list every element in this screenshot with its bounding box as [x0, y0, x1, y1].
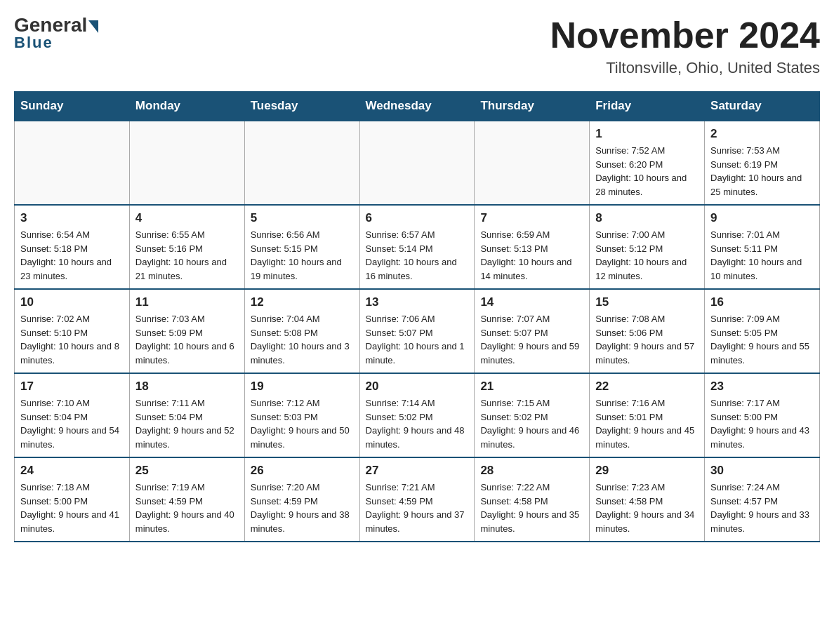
day-number: 25	[135, 464, 239, 478]
day-info: Sunrise: 7:06 AMSunset: 5:07 PMDaylight:…	[366, 312, 469, 367]
day-info: Sunrise: 7:11 AMSunset: 5:04 PMDaylight:…	[135, 396, 239, 451]
calendar-cell: 23Sunrise: 7:17 AMSunset: 5:00 PMDayligh…	[705, 373, 820, 457]
day-info: Sunrise: 7:23 AMSunset: 4:58 PMDaylight:…	[595, 481, 699, 535]
day-number: 10	[20, 295, 124, 309]
day-number: 19	[251, 380, 354, 394]
logo: General Blue	[14, 14, 98, 52]
calendar-cell: 15Sunrise: 7:08 AMSunset: 5:06 PMDayligh…	[590, 289, 705, 373]
day-number: 26	[251, 464, 354, 478]
day-number: 20	[366, 380, 469, 394]
day-info: Sunrise: 7:03 AMSunset: 5:09 PMDaylight:…	[135, 312, 239, 367]
day-number: 13	[366, 295, 469, 309]
day-info: Sunrise: 7:09 AMSunset: 5:05 PMDaylight:…	[710, 312, 814, 367]
day-info: Sunrise: 6:55 AMSunset: 5:16 PMDaylight:…	[135, 228, 239, 283]
day-info: Sunrise: 7:01 AMSunset: 5:11 PMDaylight:…	[710, 228, 814, 283]
calendar-cell: 26Sunrise: 7:20 AMSunset: 4:59 PMDayligh…	[244, 457, 359, 542]
day-number: 15	[595, 295, 699, 309]
day-info: Sunrise: 7:00 AMSunset: 5:12 PMDaylight:…	[595, 228, 699, 283]
day-info: Sunrise: 7:24 AMSunset: 4:57 PMDaylight:…	[710, 481, 814, 535]
calendar-cell: 25Sunrise: 7:19 AMSunset: 4:59 PMDayligh…	[129, 457, 244, 542]
day-info: Sunrise: 7:02 AMSunset: 5:10 PMDaylight:…	[20, 312, 124, 367]
day-info: Sunrise: 6:54 AMSunset: 5:18 PMDaylight:…	[20, 228, 124, 283]
calendar-cell: 20Sunrise: 7:14 AMSunset: 5:02 PMDayligh…	[359, 373, 475, 457]
day-number: 2	[710, 127, 814, 141]
day-info: Sunrise: 7:08 AMSunset: 5:06 PMDaylight:…	[595, 312, 699, 367]
day-info: Sunrise: 7:53 AMSunset: 6:19 PMDaylight:…	[710, 144, 814, 199]
calendar-cell: 10Sunrise: 7:02 AMSunset: 5:10 PMDayligh…	[15, 289, 130, 373]
calendar-cell: 14Sunrise: 7:07 AMSunset: 5:07 PMDayligh…	[475, 289, 590, 373]
calendar-cell: 7Sunrise: 6:59 AMSunset: 5:13 PMDaylight…	[475, 205, 590, 289]
day-info: Sunrise: 7:16 AMSunset: 5:01 PMDaylight:…	[595, 396, 699, 451]
day-info: Sunrise: 7:14 AMSunset: 5:02 PMDaylight:…	[366, 396, 469, 451]
day-number: 22	[595, 380, 699, 394]
calendar-cell: 4Sunrise: 6:55 AMSunset: 5:16 PMDaylight…	[129, 205, 244, 289]
day-info: Sunrise: 7:22 AMSunset: 4:58 PMDaylight:…	[480, 481, 583, 535]
day-number: 28	[480, 464, 583, 478]
day-info: Sunrise: 7:19 AMSunset: 4:59 PMDaylight:…	[135, 481, 239, 535]
weekday-header-wednesday: Wednesday	[359, 92, 475, 121]
calendar-cell: 24Sunrise: 7:18 AMSunset: 5:00 PMDayligh…	[15, 457, 130, 542]
calendar-cell: 29Sunrise: 7:23 AMSunset: 4:58 PMDayligh…	[590, 457, 705, 542]
calendar-cell: 2Sunrise: 7:53 AMSunset: 6:19 PMDaylight…	[705, 121, 820, 205]
calendar-cell: 8Sunrise: 7:00 AMSunset: 5:12 PMDaylight…	[590, 205, 705, 289]
calendar-cell: 18Sunrise: 7:11 AMSunset: 5:04 PMDayligh…	[129, 373, 244, 457]
day-info: Sunrise: 7:12 AMSunset: 5:03 PMDaylight:…	[251, 396, 354, 451]
day-number: 9	[710, 211, 814, 225]
day-number: 18	[135, 380, 239, 394]
calendar-week-row: 17Sunrise: 7:10 AMSunset: 5:04 PMDayligh…	[15, 373, 820, 457]
page-header: General Blue November 2024 Tiltonsville,…	[14, 14, 820, 77]
calendar-cell: 28Sunrise: 7:22 AMSunset: 4:58 PMDayligh…	[475, 457, 590, 542]
calendar-week-row: 24Sunrise: 7:18 AMSunset: 5:00 PMDayligh…	[15, 457, 820, 542]
day-number: 30	[710, 464, 814, 478]
calendar-cell: 11Sunrise: 7:03 AMSunset: 5:09 PMDayligh…	[129, 289, 244, 373]
calendar-cell	[15, 121, 130, 205]
location-text: Tiltonsville, Ohio, United States	[550, 59, 820, 77]
calendar-cell: 6Sunrise: 6:57 AMSunset: 5:14 PMDaylight…	[359, 205, 475, 289]
calendar-cell	[359, 121, 475, 205]
day-info: Sunrise: 6:56 AMSunset: 5:15 PMDaylight:…	[251, 228, 354, 283]
day-number: 11	[135, 295, 239, 309]
weekday-header-friday: Friday	[590, 92, 705, 121]
day-info: Sunrise: 7:17 AMSunset: 5:00 PMDaylight:…	[710, 396, 814, 451]
day-info: Sunrise: 6:57 AMSunset: 5:14 PMDaylight:…	[366, 228, 469, 283]
day-info: Sunrise: 6:59 AMSunset: 5:13 PMDaylight:…	[480, 228, 583, 283]
calendar-header-row: SundayMondayTuesdayWednesdayThursdayFrid…	[15, 92, 820, 121]
day-number: 3	[20, 211, 124, 225]
day-number: 14	[480, 295, 583, 309]
day-number: 7	[480, 211, 583, 225]
day-number: 27	[366, 464, 469, 478]
month-title: November 2024	[550, 14, 820, 56]
title-section: November 2024 Tiltonsville, Ohio, United…	[550, 14, 820, 77]
day-number: 6	[366, 211, 469, 225]
day-number: 5	[251, 211, 354, 225]
calendar-cell	[244, 121, 359, 205]
calendar-cell: 17Sunrise: 7:10 AMSunset: 5:04 PMDayligh…	[15, 373, 130, 457]
calendar-cell: 12Sunrise: 7:04 AMSunset: 5:08 PMDayligh…	[244, 289, 359, 373]
calendar-cell: 27Sunrise: 7:21 AMSunset: 4:59 PMDayligh…	[359, 457, 475, 542]
day-number: 8	[595, 211, 699, 225]
calendar-week-row: 1Sunrise: 7:52 AMSunset: 6:20 PMDaylight…	[15, 121, 820, 205]
calendar-cell	[475, 121, 590, 205]
calendar-cell: 21Sunrise: 7:15 AMSunset: 5:02 PMDayligh…	[475, 373, 590, 457]
day-number: 4	[135, 211, 239, 225]
day-number: 29	[595, 464, 699, 478]
weekday-header-sunday: Sunday	[15, 92, 130, 121]
calendar-cell: 5Sunrise: 6:56 AMSunset: 5:15 PMDaylight…	[244, 205, 359, 289]
calendar-week-row: 3Sunrise: 6:54 AMSunset: 5:18 PMDaylight…	[15, 205, 820, 289]
day-info: Sunrise: 7:21 AMSunset: 4:59 PMDaylight:…	[366, 481, 469, 535]
calendar-table: SundayMondayTuesdayWednesdayThursdayFrid…	[14, 91, 820, 542]
calendar-cell: 13Sunrise: 7:06 AMSunset: 5:07 PMDayligh…	[359, 289, 475, 373]
calendar-cell: 16Sunrise: 7:09 AMSunset: 5:05 PMDayligh…	[705, 289, 820, 373]
calendar-cell: 3Sunrise: 6:54 AMSunset: 5:18 PMDaylight…	[15, 205, 130, 289]
logo-arrow-icon	[88, 20, 98, 33]
calendar-cell: 9Sunrise: 7:01 AMSunset: 5:11 PMDaylight…	[705, 205, 820, 289]
day-info: Sunrise: 7:52 AMSunset: 6:20 PMDaylight:…	[595, 144, 699, 199]
calendar-cell: 1Sunrise: 7:52 AMSunset: 6:20 PMDaylight…	[590, 121, 705, 205]
day-info: Sunrise: 7:15 AMSunset: 5:02 PMDaylight:…	[480, 396, 583, 451]
logo-blue-text: Blue	[14, 34, 53, 52]
calendar-cell	[129, 121, 244, 205]
day-number: 23	[710, 380, 814, 394]
calendar-cell: 19Sunrise: 7:12 AMSunset: 5:03 PMDayligh…	[244, 373, 359, 457]
weekday-header-thursday: Thursday	[475, 92, 590, 121]
day-info: Sunrise: 7:10 AMSunset: 5:04 PMDaylight:…	[20, 396, 124, 451]
